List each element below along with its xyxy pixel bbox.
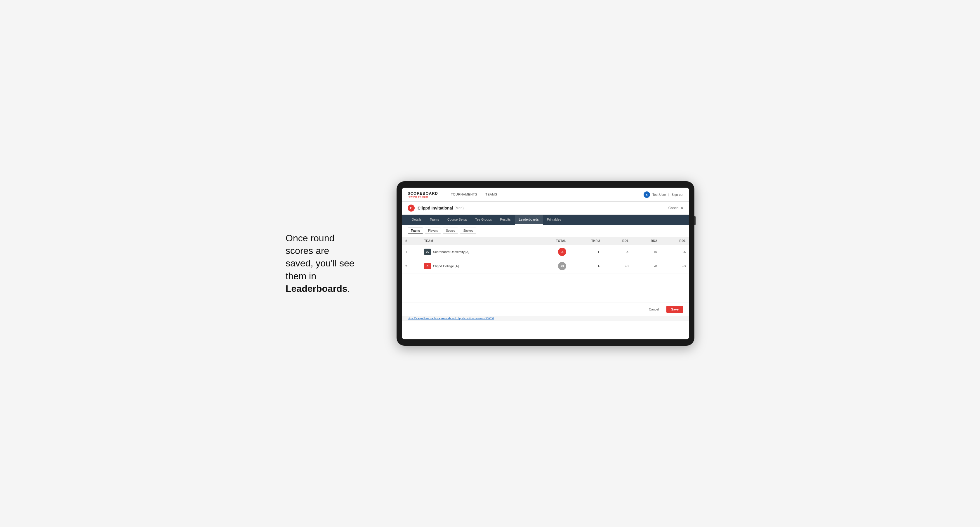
table-spacer [402,273,689,303]
cell-team: C Clippd College [A] [421,259,533,273]
tablet-side-button [694,216,695,225]
cell-rd1: +8 [604,259,632,273]
logo-subtitle: Powered by clippd [408,195,438,198]
nav-right: S Test User | Sign out [644,191,683,198]
tab-printables[interactable]: Printables [543,215,565,225]
team-logo: SU [424,249,431,255]
filter-scores[interactable]: Scores [443,228,458,234]
tablet-frame: SCOREBOARD Powered by clippd TOURNAMENTS… [396,181,694,346]
description-text: Once round scores are saved, you'll see … [286,232,373,295]
leaderboard-table: # TEAM TOTAL THRU RD1 RD2 RD3 1 SU Score… [402,237,689,273]
nav-teams[interactable]: TEAMS [481,187,501,202]
save-button[interactable]: Save [667,306,683,313]
desc-line4: them in [286,271,316,281]
cell-rank: 1 [402,245,421,259]
nav-links: TOURNAMENTS TEAMS [447,187,501,202]
tournament-name: Clippd Invitational [418,206,453,210]
footer-bar: Cancel Save [402,303,689,316]
tab-course-setup[interactable]: Course Setup [443,215,471,225]
table-row: 1 SU Scoreboard University [A] -5F-4+5-6 [402,245,689,259]
tab-results[interactable]: Results [496,215,515,225]
desc-line1: Once round [286,233,334,243]
cell-rd2: -8 [632,259,660,273]
score-badge: -5 [558,248,566,256]
cell-team: SU Scoreboard University [A] [421,245,533,259]
filter-strokes[interactable]: Strokes [460,228,476,234]
user-name: Test User [652,193,666,196]
col-rd3: RD3 [660,237,689,245]
team-name: Clippd College [A] [433,264,459,268]
col-rank: # [402,237,421,245]
sign-out-link[interactable]: Sign out [671,193,683,196]
table-row: 2 C Clippd College [A] +3F+8-8+3 [402,259,689,273]
team-name: Scoreboard University [A] [433,250,469,254]
col-total: TOTAL [533,237,570,245]
tab-details[interactable]: Details [408,215,426,225]
cell-total: -5 [533,245,570,259]
tournament-category: (Men) [454,206,463,210]
col-thru: THRU [570,237,604,245]
cell-thru: F [570,245,604,259]
col-rd2: RD2 [632,237,660,245]
cell-rd2: +5 [632,245,660,259]
filter-teams[interactable]: Teams [408,228,423,234]
cell-thru: F [570,259,604,273]
status-bar: https://stage-blue-coach.stagescoreboard… [402,316,689,321]
filter-bar: Teams Players Scores Strokes [402,225,689,237]
logo-area: SCOREBOARD Powered by clippd [408,191,438,198]
nav-separator: | [668,193,669,196]
status-url: https://stage-blue-coach.stagescoreboard… [408,317,494,320]
user-avatar: S [644,191,650,198]
cell-rd3: +3 [660,259,689,273]
col-rd1: RD1 [604,237,632,245]
table-body: 1 SU Scoreboard University [A] -5F-4+5-6… [402,245,689,273]
tournament-header: C Clippd Invitational (Men) Cancel ✕ [402,202,689,215]
tab-leaderboards[interactable]: Leaderboards [515,215,543,225]
tournament-icon: C [408,205,415,211]
cell-rank: 2 [402,259,421,273]
cancel-button[interactable]: Cancel [644,306,663,313]
cell-rd1: -4 [604,245,632,259]
logo-title: SCOREBOARD [408,191,438,195]
desc-line3: saved, you'll see [286,258,355,268]
col-team: TEAM [421,237,533,245]
sub-nav: Details Teams Course Setup Tee Groups Re… [402,215,689,225]
desc-line2: scores are [286,245,329,256]
tab-tee-groups[interactable]: Tee Groups [471,215,496,225]
filter-players[interactable]: Players [425,228,441,234]
desc-line5-end: . [347,283,350,294]
tablet-screen: SCOREBOARD Powered by clippd TOURNAMENTS… [402,187,689,340]
cell-rd3: -6 [660,245,689,259]
desc-line5-bold: Leaderboards [286,283,347,294]
team-logo: C [424,263,431,269]
cancel-x-icon: ✕ [680,206,683,210]
score-badge: +3 [558,262,566,270]
tab-teams[interactable]: Teams [426,215,443,225]
top-nav: SCOREBOARD Powered by clippd TOURNAMENTS… [402,187,689,202]
table-header: # TEAM TOTAL THRU RD1 RD2 RD3 [402,237,689,245]
cancel-header-button[interactable]: Cancel ✕ [668,206,683,210]
cell-total: +3 [533,259,570,273]
nav-tournaments[interactable]: TOURNAMENTS [447,187,481,202]
